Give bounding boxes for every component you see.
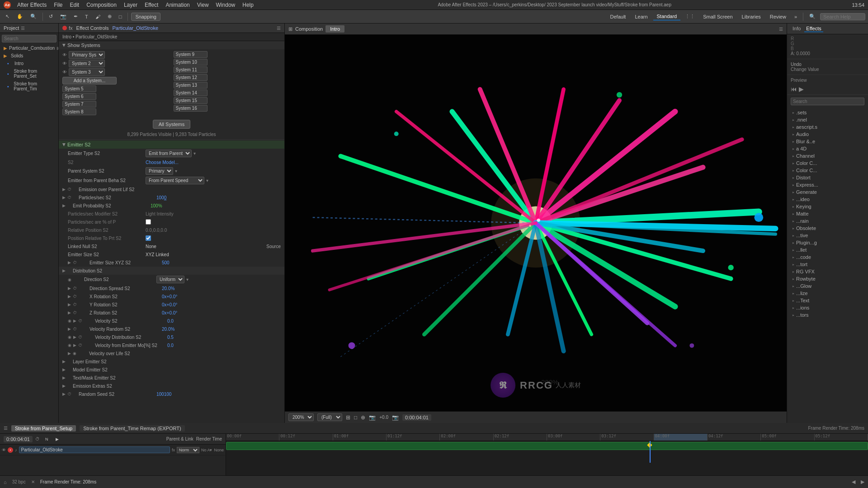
effect-item-llet[interactable]: ...llet	[787, 246, 868, 253]
sys9-input[interactable]	[174, 51, 208, 58]
randseed-value[interactable]: 100100	[156, 392, 281, 397]
project-item-stroke-time[interactable]: ▪ Stroke from Parent_Tim	[0, 80, 58, 93]
add-system-button[interactable]: Add a System...	[62, 77, 117, 84]
randseed-expand[interactable]: ▶	[62, 392, 66, 396]
timeline-timecode[interactable]: 0:00:04:01	[4, 436, 33, 442]
layer-name-input[interactable]	[19, 446, 170, 453]
emission-extras-expand[interactable]: ▶	[62, 384, 66, 388]
menu-file[interactable]: File	[50, 2, 66, 8]
parent-system-select[interactable]: Primary	[146, 167, 173, 175]
layer-blend-select[interactable]: Norm	[177, 447, 199, 453]
comp-menu-btn[interactable]: ☰	[779, 27, 783, 32]
stopwatch-yrot[interactable]: ⏱	[73, 302, 77, 307]
workspace-small-screen[interactable]: Small Screen	[699, 13, 736, 20]
menu-after-effects[interactable]: After Effects	[14, 2, 50, 8]
effect-item-sets[interactable]: .sets	[787, 109, 868, 116]
menu-window[interactable]: Window	[212, 2, 239, 8]
menu-composition[interactable]: Composition	[83, 2, 120, 8]
emitter-s2-header[interactable]: ▶ Emitter S2	[59, 141, 284, 149]
workspace-libraries[interactable]: Libraries	[738, 13, 764, 20]
emitter-xyz-expand[interactable]: ▶	[68, 260, 71, 265]
sys11-input[interactable]	[174, 66, 208, 73]
effect-item-blur[interactable]: Blur &..e	[787, 138, 868, 145]
layer-fx[interactable]: fx	[172, 448, 175, 452]
effect-item-nnel[interactable]: .nnel	[787, 116, 868, 123]
effect-item-colorc2[interactable]: Color C...	[787, 167, 868, 174]
info-tab-info[interactable]: Info	[791, 25, 802, 32]
effect-item-distort[interactable]: Distort	[787, 174, 868, 181]
sys14-input[interactable]	[174, 89, 208, 96]
comp-tab-intro[interactable]: Intro	[326, 25, 344, 33]
emit-prob-value[interactable]: 100%	[151, 203, 281, 208]
stopwatch-xrot[interactable]: ⏱	[73, 294, 77, 299]
zrot-expand[interactable]: ▶	[68, 310, 71, 315]
particles-sec-expand[interactable]: ▶	[62, 195, 66, 200]
toolbar-camera[interactable]: 📷	[57, 12, 69, 21]
layer-audio[interactable]: ♪	[15, 448, 17, 452]
choose-model-link[interactable]: Choose Model...	[146, 160, 179, 165]
effect-item-keying[interactable]: Keying	[787, 203, 868, 210]
veldist-expand[interactable]: ▶	[73, 335, 76, 339]
effect-item-tive[interactable]: ...tive	[787, 232, 868, 239]
search-input[interactable]	[820, 13, 865, 20]
workspace-options[interactable]: ⋮⋮	[682, 12, 698, 21]
effect-item-matte[interactable]: Matte	[787, 210, 868, 217]
layer-eye[interactable]: 👁	[2, 448, 6, 452]
effect-item-obsolete[interactable]: Obsolete	[787, 225, 868, 232]
effect-item-aescript[interactable]: aescript.s	[787, 123, 868, 131]
comp-snapshot-btn[interactable]: 📷	[392, 414, 399, 421]
effect-item-generate[interactable]: Generate	[787, 188, 868, 196]
workspace-learn[interactable]: Learn	[631, 13, 651, 20]
emitter-type-select[interactable]: Emit from Parent	[146, 150, 192, 157]
emitter-size-xyz-value[interactable]: 500	[162, 260, 281, 265]
toolbar-hand[interactable]: ✋	[14, 12, 26, 21]
emission-expand[interactable]: ▶	[62, 187, 66, 192]
pos-relative-prt-checkbox[interactable]	[146, 235, 151, 241]
info-tab-effects[interactable]: Effects	[804, 25, 823, 32]
show-systems-header[interactable]: ▶ Show Systems	[59, 41, 284, 49]
stopwatch-velrand[interactable]: ⏱	[73, 327, 77, 331]
vellife-expand[interactable]: ▶	[68, 351, 71, 356]
toolbar-puppet[interactable]: ⊕	[105, 12, 114, 21]
eye-s2[interactable]: 👁	[62, 61, 67, 66]
effect-item-a4d[interactable]: a 4D	[787, 145, 868, 152]
effect-item-express[interactable]: Express...	[787, 181, 868, 188]
effect-item-tors[interactable]: ...tors	[787, 311, 868, 319]
snapping-button[interactable]: Snapping	[131, 13, 160, 21]
textmask-expand[interactable]: ▶	[62, 375, 66, 380]
prev-play-btn[interactable]: ▶	[799, 85, 804, 93]
stopwatch-dir-spread[interactable]: ⏱	[73, 286, 77, 291]
project-item-solids[interactable]: ▶ Solids	[0, 52, 58, 60]
project-search-input[interactable]	[2, 35, 57, 42]
stopwatch-randseed[interactable]: ⏱	[67, 392, 71, 396]
status-right-btn[interactable]: ▶	[861, 479, 864, 485]
toolbar-pen[interactable]: ✒	[71, 12, 80, 21]
velemit-expand[interactable]: ▶	[73, 343, 76, 347]
timeline-opts-btn[interactable]: ⏱	[35, 436, 40, 441]
menu-help[interactable]: Help	[239, 2, 257, 8]
project-item-combustion[interactable]: ▶ Particular_Combustion ⊞	[0, 44, 58, 52]
menu-view[interactable]: View	[193, 2, 212, 8]
effect-item-plugin[interactable]: Plugin...g	[787, 239, 868, 246]
toolbar-rotate[interactable]: ↺	[46, 12, 56, 21]
effect-item-rain[interactable]: ...rain	[787, 217, 868, 225]
toolbar-text[interactable]: T	[82, 13, 91, 21]
tl-preview-btn[interactable]: ▶	[53, 436, 61, 443]
workspace-more[interactable]: »	[792, 13, 800, 21]
effect-item-code[interactable]: ...code	[787, 253, 868, 261]
workspace-default[interactable]: Default	[607, 13, 630, 20]
toolbar-shape[interactable]: □	[116, 13, 125, 21]
velrand-value[interactable]: 20.0%	[162, 327, 281, 332]
status-clear-btn[interactable]: ✕	[31, 479, 35, 484]
undo-button[interactable]: Undo	[791, 62, 864, 67]
eye-primary[interactable]: 👁	[62, 52, 67, 57]
prev-first-btn[interactable]: ⏮	[791, 85, 797, 93]
effect-item-lize[interactable]: ...lize	[787, 290, 868, 297]
menu-layer[interactable]: Layer	[120, 2, 141, 8]
search-icon[interactable]: 🔍	[807, 12, 818, 21]
stopwatch-zrot[interactable]: ⏱	[73, 310, 77, 315]
project-item-intro[interactable]: ▪ Intro	[0, 60, 58, 67]
comp-camera-btn[interactable]: 📷	[369, 414, 376, 421]
emit-prob-expand[interactable]: ▶	[62, 203, 66, 208]
effect-item-audio[interactable]: Audio	[787, 131, 868, 138]
